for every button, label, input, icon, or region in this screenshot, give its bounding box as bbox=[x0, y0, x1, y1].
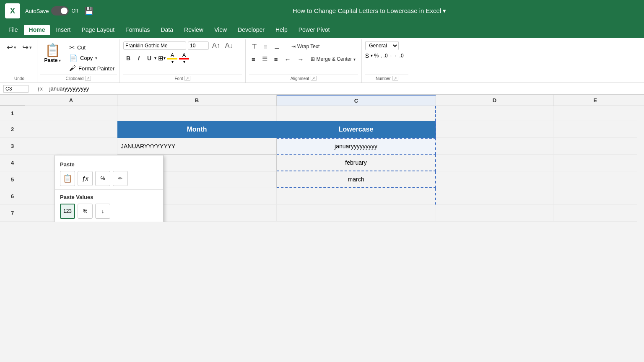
menu-data[interactable]: Data bbox=[156, 25, 178, 35]
paste-option-1[interactable]: 📋 bbox=[60, 171, 75, 186]
cell-c3[interactable]: januaryyyyyyyyy bbox=[277, 138, 436, 155]
align-left-button[interactable]: ≡ bbox=[249, 54, 258, 65]
menu-help[interactable]: Help bbox=[270, 25, 293, 35]
font-color-button[interactable]: A ▾ bbox=[179, 52, 189, 64]
currency-dropdown[interactable]: ▾ bbox=[371, 53, 373, 58]
cell-c7[interactable] bbox=[277, 205, 436, 222]
paste-arrow[interactable]: ▾ bbox=[59, 58, 61, 63]
cell-e3[interactable] bbox=[553, 138, 637, 155]
save-button[interactable]: 💾 bbox=[83, 5, 95, 17]
row-header-6[interactable]: 6 bbox=[0, 188, 25, 205]
col-header-a[interactable]: A bbox=[25, 95, 117, 106]
cell-d3[interactable] bbox=[436, 138, 553, 155]
cell-a2[interactable] bbox=[25, 121, 117, 138]
undo-button[interactable]: ↩ ▾ bbox=[4, 41, 19, 54]
font-color-dropdown[interactable]: ▾ bbox=[183, 59, 185, 64]
menu-formulas[interactable]: Formulas bbox=[120, 25, 155, 35]
cell-d5[interactable] bbox=[436, 171, 553, 188]
cell-e7[interactable] bbox=[553, 205, 637, 222]
menu-developer[interactable]: Developer bbox=[233, 25, 270, 35]
cell-c1[interactable] bbox=[277, 106, 436, 121]
row-header-5[interactable]: 5 bbox=[0, 171, 25, 188]
doc-title-dropdown[interactable]: ▾ bbox=[443, 7, 446, 14]
wrap-text-button[interactable]: ⇥ Wrap Text bbox=[289, 43, 322, 50]
menu-power-pivot[interactable]: Power Pivot bbox=[293, 25, 335, 35]
highlight-dropdown[interactable]: ▾ bbox=[171, 59, 174, 64]
cell-c5[interactable]: march bbox=[277, 171, 436, 188]
cell-d6[interactable] bbox=[436, 188, 553, 205]
indent-more-button[interactable]: → bbox=[295, 54, 306, 65]
row-header-4[interactable]: 4 bbox=[0, 155, 25, 171]
menu-home[interactable]: Home bbox=[24, 25, 50, 35]
align-bottom-button[interactable]: ⊥ bbox=[272, 41, 282, 52]
percent-button[interactable]: % bbox=[374, 53, 379, 59]
row-header-3[interactable]: 3 bbox=[0, 138, 25, 155]
alignment-expand[interactable]: ↗ bbox=[311, 76, 317, 81]
cell-c2[interactable]: Lowercase bbox=[277, 121, 436, 138]
col-header-e[interactable]: E bbox=[553, 95, 637, 106]
cell-a3[interactable] bbox=[25, 138, 117, 155]
shrink-font-button[interactable]: A↓ bbox=[223, 41, 235, 50]
decrease-decimal-button[interactable]: ←.0 bbox=[395, 53, 404, 59]
menu-page-layout[interactable]: Page Layout bbox=[76, 25, 119, 35]
menu-file[interactable]: File bbox=[3, 25, 23, 35]
number-format-select[interactable]: General bbox=[365, 41, 399, 50]
row-header-2[interactable]: 2 bbox=[0, 121, 25, 138]
cell-e5[interactable] bbox=[553, 171, 637, 188]
cell-c4[interactable]: february bbox=[277, 155, 436, 171]
copy-button[interactable]: 📄 Copy ▾ bbox=[67, 53, 117, 63]
align-middle-button[interactable]: ≡ bbox=[261, 41, 270, 52]
border-dropdown[interactable]: ▾ bbox=[164, 56, 166, 60]
font-size-input[interactable] bbox=[188, 41, 209, 50]
col-header-b[interactable]: B bbox=[117, 95, 277, 106]
autosave-toggle[interactable] bbox=[51, 6, 69, 16]
align-center-button[interactable]: ☰ bbox=[260, 54, 270, 65]
align-top-button[interactable]: ⊤ bbox=[249, 41, 260, 52]
bold-button[interactable]: B bbox=[123, 54, 133, 63]
currency-button[interactable]: $ bbox=[365, 52, 369, 59]
highlight-button[interactable]: A ▾ bbox=[167, 52, 177, 64]
cell-e6[interactable] bbox=[553, 188, 637, 205]
formula-input[interactable] bbox=[48, 85, 641, 92]
cell-d7[interactable] bbox=[436, 205, 553, 222]
row-header-1[interactable]: 1 bbox=[0, 106, 25, 121]
underline-dropdown[interactable]: ▾ bbox=[154, 56, 156, 60]
col-header-d[interactable]: D bbox=[436, 95, 553, 106]
paste-button[interactable]: 📋 Paste ▾ bbox=[40, 41, 65, 73]
col-header-c[interactable]: C bbox=[277, 95, 436, 106]
cell-d2[interactable] bbox=[436, 121, 553, 138]
menu-review[interactable]: Review bbox=[179, 25, 208, 35]
menu-insert[interactable]: Insert bbox=[51, 25, 75, 35]
paste-values-option-1[interactable]: 123 bbox=[60, 204, 75, 219]
cell-d1[interactable] bbox=[436, 106, 553, 121]
cell-d4[interactable] bbox=[436, 155, 553, 171]
paste-option-3[interactable]: % bbox=[95, 171, 110, 186]
paste-values-option-2[interactable]: % bbox=[78, 204, 93, 219]
grow-font-button[interactable]: A↑ bbox=[210, 41, 222, 50]
underline-button[interactable]: U bbox=[144, 54, 154, 63]
font-name-input[interactable] bbox=[123, 41, 186, 50]
format-painter-button[interactable]: 🖌 Format Painter bbox=[67, 64, 117, 73]
cell-c6[interactable] bbox=[277, 188, 436, 205]
border-button[interactable]: ⊞ ▾ bbox=[158, 54, 166, 62]
copy-dropdown[interactable]: ▾ bbox=[95, 56, 97, 60]
cell-e2[interactable] bbox=[553, 121, 637, 138]
clipboard-expand[interactable]: ↗ bbox=[85, 76, 91, 81]
indent-less-button[interactable]: ← bbox=[282, 54, 293, 65]
paste-option-2[interactable]: ƒx bbox=[78, 171, 93, 186]
menu-view[interactable]: View bbox=[209, 25, 232, 35]
align-right-button[interactable]: ≡ bbox=[272, 54, 280, 65]
increase-decimal-button[interactable]: .0→ bbox=[384, 53, 393, 59]
formula-function-btn[interactable]: ƒx bbox=[37, 86, 43, 92]
paste-option-4[interactable]: ✏ bbox=[113, 171, 128, 186]
cell-reference-input[interactable] bbox=[3, 85, 29, 93]
cell-e1[interactable] bbox=[553, 106, 637, 121]
cut-button[interactable]: ✂ Cut bbox=[67, 43, 117, 52]
redo-button[interactable]: ↪ ▾ bbox=[20, 41, 34, 54]
cell-b1[interactable] bbox=[117, 106, 277, 121]
number-expand[interactable]: ↗ bbox=[392, 76, 398, 81]
italic-button[interactable]: I bbox=[135, 54, 143, 63]
cell-b2[interactable]: Month bbox=[117, 121, 277, 138]
merge-center-dropdown[interactable]: ▾ bbox=[353, 57, 356, 62]
paste-values-option-3[interactable]: ↓ bbox=[95, 204, 110, 219]
